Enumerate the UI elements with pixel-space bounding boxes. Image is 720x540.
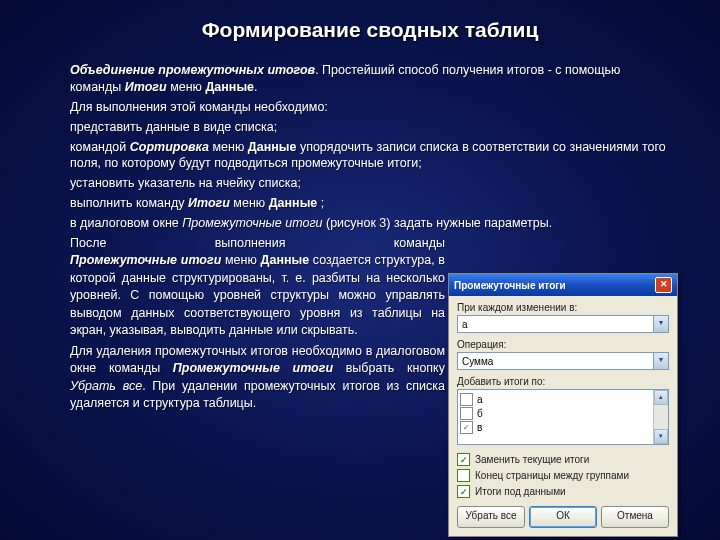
checkbox-icon[interactable]: ✓ bbox=[457, 485, 470, 498]
check-pagebreak[interactable]: Конец страницы между группами bbox=[457, 469, 669, 482]
check-below[interactable]: ✓Итоги под данными bbox=[457, 485, 669, 498]
list-label: а bbox=[477, 394, 483, 405]
txt: Промежуточные итоги bbox=[70, 253, 221, 267]
txt: в диалоговом окне bbox=[70, 216, 182, 230]
txt: После выполнения команды bbox=[70, 236, 445, 250]
label-operation: Операция: bbox=[457, 339, 669, 350]
lower-text: После выполнения команды Промежуточные и… bbox=[70, 235, 445, 416]
checkbox-icon[interactable] bbox=[460, 393, 473, 406]
ok-button[interactable]: ОК bbox=[529, 506, 597, 528]
txt: выполнить команду bbox=[70, 196, 188, 210]
check-replace[interactable]: ✓Заменить текущие итоги bbox=[457, 453, 669, 466]
txt: Объединение промежуточных итогов bbox=[70, 63, 315, 77]
body-text: Объединение промежуточных итогов. Просте… bbox=[70, 62, 670, 232]
chevron-down-icon[interactable]: ▾ bbox=[653, 316, 668, 332]
chevron-down-icon[interactable]: ▾ bbox=[653, 353, 668, 369]
txt: Данные bbox=[248, 140, 297, 154]
remove-all-button[interactable]: Убрать все bbox=[457, 506, 525, 528]
txt: Данные bbox=[269, 196, 318, 210]
close-icon[interactable]: ✕ bbox=[655, 277, 672, 293]
txt: (рисунок 3) задать нужные параметры. bbox=[323, 216, 553, 230]
txt: Сортировка bbox=[130, 140, 209, 154]
scroll-down-icon[interactable]: ▾ bbox=[654, 429, 668, 444]
combo-change-in[interactable]: а ▾ bbox=[457, 315, 669, 333]
check-label: Итоги под данными bbox=[475, 486, 566, 497]
txt: Промежуточные итоги bbox=[182, 216, 322, 230]
txt: командой bbox=[70, 140, 130, 154]
checkbox-icon[interactable] bbox=[460, 407, 473, 420]
check-label: Конец страницы между группами bbox=[475, 470, 629, 481]
list-item[interactable]: б bbox=[460, 406, 651, 420]
dialog-titlebar[interactable]: Промежуточные итоги ✕ bbox=[449, 274, 677, 296]
txt: Убрать все bbox=[70, 379, 142, 393]
list-item[interactable]: а bbox=[460, 392, 651, 406]
list-item[interactable]: ✓в bbox=[460, 420, 651, 434]
txt: меню bbox=[230, 196, 269, 210]
listbox-fields[interactable]: а б ✓в ▴ ▾ bbox=[457, 389, 669, 445]
combo-value: Сумма bbox=[462, 356, 493, 367]
combo-value: а bbox=[462, 319, 468, 330]
slide-title: Формирование сводных таблиц bbox=[70, 18, 670, 42]
txt: меню bbox=[209, 140, 248, 154]
checkbox-icon[interactable] bbox=[457, 469, 470, 482]
txt: ; bbox=[317, 196, 324, 210]
label-add-totals: Добавить итоги по: bbox=[457, 376, 669, 387]
txt: выбрать кнопку bbox=[333, 361, 445, 375]
txt: . bbox=[254, 80, 257, 94]
label-change-in: При каждом изменении в: bbox=[457, 302, 669, 313]
combo-operation[interactable]: Сумма ▾ bbox=[457, 352, 669, 370]
txt: меню bbox=[167, 80, 206, 94]
checkbox-icon[interactable]: ✓ bbox=[457, 453, 470, 466]
cancel-button[interactable]: Отмена bbox=[601, 506, 669, 528]
txt: представить данные в виде списка; bbox=[70, 119, 670, 136]
list-label: в bbox=[477, 422, 482, 433]
txt: Данные bbox=[205, 80, 254, 94]
checkbox-icon[interactable]: ✓ bbox=[460, 421, 473, 434]
txt: Данные bbox=[261, 253, 310, 267]
txt: Промежуточные итоги bbox=[173, 361, 333, 375]
txt: установить указатель на ячейку списка; bbox=[70, 175, 670, 192]
scrollbar[interactable]: ▴ ▾ bbox=[653, 390, 668, 444]
check-label: Заменить текущие итоги bbox=[475, 454, 589, 465]
list-label: б bbox=[477, 408, 483, 419]
subtotals-dialog: Промежуточные итоги ✕ При каждом изменен… bbox=[448, 273, 678, 537]
txt: Итоги bbox=[125, 80, 167, 94]
dialog-title: Промежуточные итоги bbox=[454, 280, 566, 291]
txt: меню bbox=[221, 253, 260, 267]
scroll-up-icon[interactable]: ▴ bbox=[654, 390, 668, 405]
txt: Итоги bbox=[188, 196, 230, 210]
txt: Для выполнения этой команды необходимо: bbox=[70, 99, 670, 116]
